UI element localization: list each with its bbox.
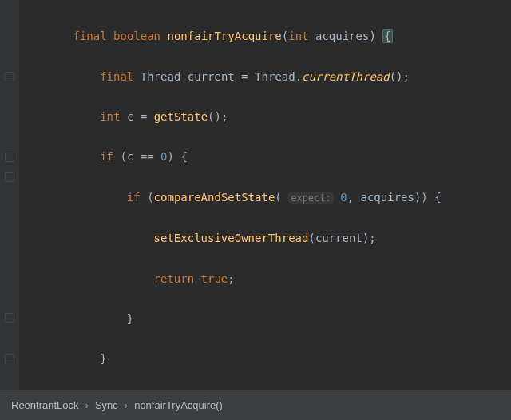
var: current [188, 70, 235, 83]
brace: } [100, 352, 106, 365]
fold-icon[interactable] [5, 72, 14, 81]
keyword: if [127, 191, 141, 204]
class: Thread [255, 70, 295, 83]
fold-icon[interactable] [5, 313, 14, 323]
keyword: final [73, 30, 106, 42]
method-call: getState [154, 110, 208, 123]
breadcrumb[interactable]: ReentrantLock › Sync › nonfairTryAcquire… [0, 390, 511, 420]
breadcrumb-item[interactable]: ReentrantLock [11, 399, 79, 411]
keyword: if [100, 150, 113, 163]
keyword: int [100, 110, 120, 123]
chevron-right-icon: › [85, 399, 89, 411]
breadcrumb-item[interactable]: Sync [95, 399, 118, 411]
keyword: boolean [113, 30, 160, 42]
method-call: currentThread [302, 70, 390, 83]
method-name: nonfairTryAcquire [167, 30, 281, 42]
fold-icon[interactable] [5, 354, 14, 363]
var: c [127, 110, 133, 123]
param-hint: expect: [288, 192, 334, 204]
method-call: setExclusiveOwnerThread [154, 232, 309, 244]
code-editor[interactable]: final boolean nonfairTryAcquire(int acqu… [19, 0, 470, 390]
keyword: int [288, 30, 308, 42]
breadcrumb-item[interactable]: nonfairTryAcquire() [134, 399, 223, 411]
gutter [0, 0, 19, 390]
editor-area: final boolean nonfairTryAcquire(int acqu… [0, 0, 511, 390]
brace: } [127, 312, 133, 325]
type: Thread [141, 70, 181, 83]
method-call: compareAndSetState [154, 191, 275, 204]
keyword: final [100, 70, 133, 83]
fold-icon[interactable] [5, 153, 14, 162]
keyword: return true [154, 272, 228, 285]
chevron-right-icon: › [125, 399, 128, 411]
param: acquires [315, 30, 369, 42]
fold-icon[interactable] [5, 172, 14, 182]
number: 0 [340, 191, 347, 204]
brace-open: { [382, 29, 392, 43]
